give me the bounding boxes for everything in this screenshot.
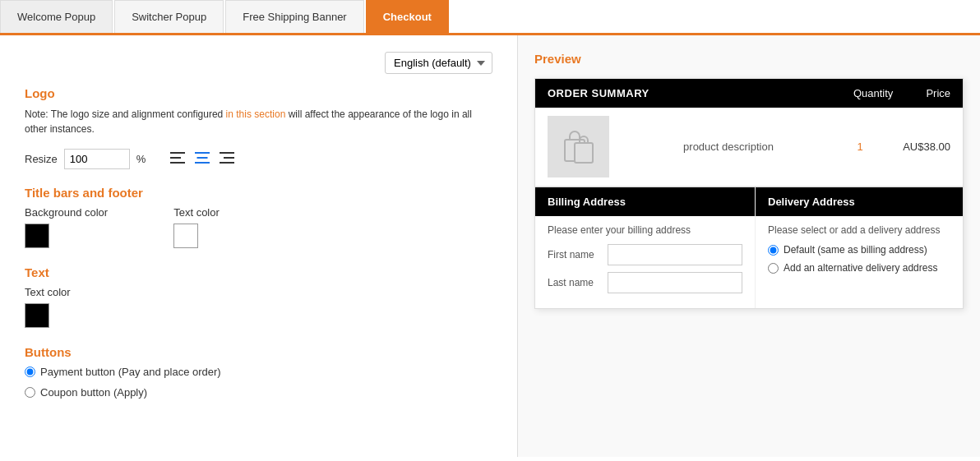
title-bars-section: Title bars and footer Background color T… xyxy=(25,186,492,251)
preview-title: Preview xyxy=(534,52,964,66)
product-price: AU$38.00 xyxy=(885,141,950,153)
buttons-title: Buttons xyxy=(25,345,492,359)
payment-button-radio[interactable] xyxy=(25,366,35,377)
product-quantity: 1 xyxy=(835,141,885,153)
delivery-address-note: Please select or add a delivery address xyxy=(768,224,950,236)
svg-rect-2 xyxy=(170,162,185,164)
delivery-address-col: Delivery Address Please select or add a … xyxy=(756,187,963,308)
svg-rect-10 xyxy=(575,143,593,163)
default-delivery-option[interactable]: Default (same as billing address) xyxy=(768,244,950,256)
buttons-section: Buttons Payment button (Pay and place or… xyxy=(25,345,492,399)
color-row: Background color Text color xyxy=(25,206,492,251)
tab-switcher-popup[interactable]: Switcher Popup xyxy=(114,0,224,33)
billing-address-note: Please enter your billing address xyxy=(548,224,742,236)
svg-rect-6 xyxy=(220,152,234,154)
logo-note: Note: The logo size and alignment config… xyxy=(25,107,492,136)
left-panel: English (default) Logo Note: The logo si… xyxy=(0,35,518,457)
svg-rect-4 xyxy=(197,157,208,159)
resize-input[interactable] xyxy=(64,149,130,169)
align-right-button[interactable] xyxy=(218,150,236,168)
logo-note-link[interactable]: in this section xyxy=(226,108,286,120)
text-color-group: Text color xyxy=(173,206,220,251)
right-panel: Preview ORDER SUMMARY Quantity Price xyxy=(518,35,980,457)
align-center-button[interactable] xyxy=(193,150,211,168)
logo-title: Logo xyxy=(25,86,492,100)
payment-button-option[interactable]: Payment button (Pay and place order) xyxy=(25,366,492,378)
first-name-input[interactable] xyxy=(608,244,742,265)
text-color-label-2: Text color xyxy=(25,286,492,298)
text-section-title: Text xyxy=(25,265,492,279)
text-color-label-1: Text color xyxy=(173,206,220,219)
delivery-address-body: Please select or add a delivery address … xyxy=(756,216,963,288)
alternative-delivery-option[interactable]: Add an alternative delivery address xyxy=(768,262,950,274)
svg-rect-7 xyxy=(224,157,234,159)
alignment-buttons xyxy=(169,150,236,168)
quantity-header: Quantity xyxy=(853,87,893,99)
svg-rect-5 xyxy=(195,162,210,164)
last-name-label: Last name xyxy=(548,277,601,288)
logo-section: Logo Note: The logo size and alignment c… xyxy=(25,86,492,169)
resize-label: Resize xyxy=(25,153,58,165)
last-name-field: Last name xyxy=(548,272,742,293)
tab-checkout[interactable]: Checkout xyxy=(366,0,449,33)
title-bars-title: Title bars and footer xyxy=(25,186,492,200)
svg-rect-8 xyxy=(220,162,234,164)
default-delivery-radio[interactable] xyxy=(768,245,779,256)
product-image xyxy=(548,116,609,177)
qty-price-headers: Quantity Price xyxy=(853,87,950,99)
price-header: Price xyxy=(926,87,950,99)
first-name-field: First name xyxy=(548,244,742,265)
tab-welcome-popup[interactable]: Welcome Popup xyxy=(0,0,113,33)
main-container: English (default) Logo Note: The logo si… xyxy=(0,35,980,457)
percent-label: % xyxy=(136,153,146,165)
align-left-button[interactable] xyxy=(169,150,187,168)
language-select[interactable]: English (default) xyxy=(385,52,492,74)
background-color-swatch[interactable] xyxy=(25,224,49,248)
coupon-button-radio[interactable] xyxy=(25,387,35,398)
billing-address-col: Billing Address Please enter your billin… xyxy=(535,187,756,308)
alternative-delivery-radio[interactable] xyxy=(768,263,779,274)
background-color-group: Background color xyxy=(25,206,108,251)
first-name-label: First name xyxy=(548,249,601,260)
billing-address-header: Billing Address xyxy=(535,187,755,216)
product-row: product description 1 AU$38.00 xyxy=(535,108,963,187)
address-section: Billing Address Please enter your billin… xyxy=(535,187,963,308)
alternative-delivery-label: Add an alternative delivery address xyxy=(784,262,937,274)
svg-rect-3 xyxy=(195,152,210,154)
payment-button-label: Payment button (Pay and place order) xyxy=(40,366,221,378)
text-color-swatch-2[interactable] xyxy=(25,303,49,328)
tab-bar: Welcome Popup Switcher Popup Free Shippi… xyxy=(0,0,980,35)
coupon-button-label: Coupon button (Apply) xyxy=(40,386,147,399)
svg-rect-0 xyxy=(170,152,185,154)
order-summary-title: ORDER SUMMARY xyxy=(548,87,649,99)
coupon-button-option[interactable]: Coupon button (Apply) xyxy=(25,386,492,399)
billing-address-body: Please enter your billing address First … xyxy=(535,216,755,308)
svg-rect-1 xyxy=(170,157,181,159)
background-color-label: Background color xyxy=(25,206,108,219)
tab-free-shipping-banner[interactable]: Free Shipping Banner xyxy=(225,0,363,33)
delivery-address-header: Delivery Address xyxy=(756,187,963,216)
last-name-input[interactable] xyxy=(608,272,742,293)
resize-row: Resize % xyxy=(25,149,492,169)
default-delivery-label: Default (same as billing address) xyxy=(784,244,927,256)
preview-card: ORDER SUMMARY Quantity Price xyxy=(534,78,964,309)
text-section: Text Text color xyxy=(25,265,492,330)
order-summary-header: ORDER SUMMARY Quantity Price xyxy=(535,79,963,108)
text-color-swatch-1[interactable] xyxy=(173,224,198,248)
language-row: English (default) xyxy=(25,52,492,74)
product-description: product description xyxy=(622,141,835,153)
